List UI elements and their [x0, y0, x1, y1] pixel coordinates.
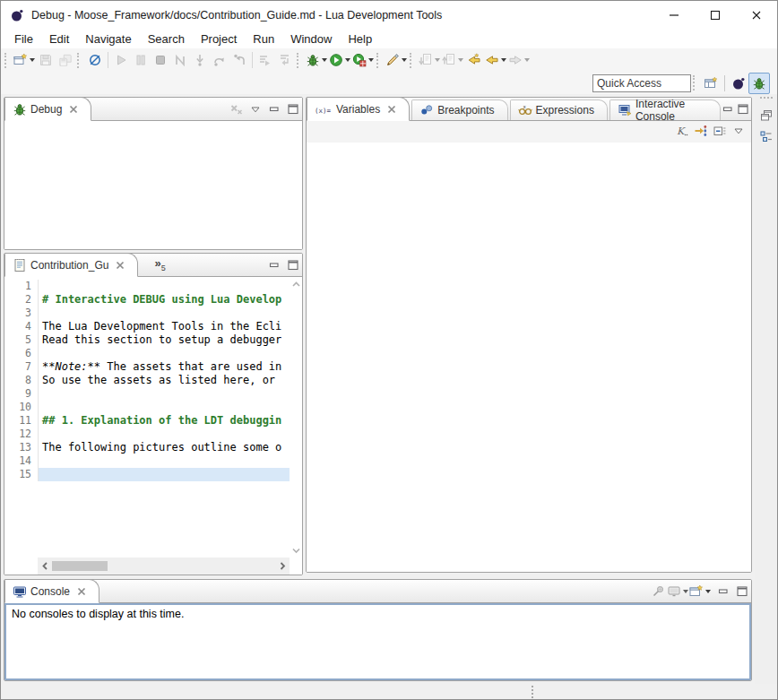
editor-code-area[interactable]: 12# Interactive DEBUG using Lua Develop3…	[4, 277, 290, 557]
toolbar-drag-handle[interactable]	[410, 53, 414, 68]
toolbar-drag-handle[interactable]	[77, 53, 82, 68]
step-into-button	[190, 50, 210, 70]
show-type-names-button[interactable]: K	[672, 122, 691, 141]
tab-variables[interactable]: (x)= Variables	[307, 97, 410, 121]
scroll-down-icon[interactable]	[291, 546, 301, 555]
line-content: Read this section to setup a debugger	[39, 333, 290, 347]
close-tab-icon[interactable]	[75, 585, 88, 598]
close-tab-icon[interactable]	[67, 103, 80, 116]
scroll-up-icon[interactable]	[291, 280, 301, 289]
coverage-button[interactable]	[351, 50, 375, 70]
skip-all-breakpoints-button[interactable]	[85, 50, 105, 70]
editor-horizontal-scrollbar[interactable]	[38, 557, 290, 575]
debug-view-maximize-button[interactable]	[283, 99, 302, 118]
editor-line[interactable]: 3	[4, 307, 290, 320]
editor-line[interactable]: 4The Lua Development Tools in the Ecli	[4, 320, 290, 333]
scrollbar-thumb[interactable]	[52, 561, 108, 571]
tab-breakpoints[interactable]: Breakpoints	[411, 99, 507, 120]
debug-button[interactable]	[305, 50, 328, 70]
editor-line[interactable]: 14	[4, 454, 290, 468]
scroll-left-icon[interactable]	[40, 561, 49, 571]
coverage-icon	[352, 53, 367, 67]
restore-views-button[interactable]	[756, 106, 776, 125]
window-minimize-button[interactable]	[653, 1, 695, 29]
window-close-button[interactable]	[736, 1, 777, 29]
console-maximize-button[interactable]	[732, 582, 751, 601]
last-edit-location-button[interactable]	[464, 50, 484, 70]
toolbar-drag-handle[interactable]	[693, 75, 697, 91]
statusbar-drag-handle[interactable]	[532, 686, 533, 698]
tab-interactive-console[interactable]: Interactive Console	[609, 99, 721, 120]
statusbar	[1, 684, 777, 699]
editor-line[interactable]: 2# Interactive DEBUG using Lua Develop	[4, 293, 290, 307]
toolbar-drag-handle[interactable]	[4, 53, 9, 68]
hidden-editors-chevron[interactable]: 5	[154, 256, 165, 272]
app-icon	[10, 8, 24, 22]
tab-console[interactable]: Console	[4, 579, 99, 603]
toolbar-drag-handle[interactable]	[297, 53, 301, 68]
file-icon	[13, 258, 27, 272]
tab-expressions[interactable]: x Expressions	[510, 99, 608, 120]
menu-item-project[interactable]: Project	[193, 30, 245, 48]
variables-content	[307, 143, 751, 573]
tab-debug[interactable]: Debug	[4, 97, 91, 121]
line-number: 2	[4, 293, 39, 307]
close-tab-icon[interactable]	[114, 259, 126, 272]
close-tab-icon[interactable]	[385, 103, 398, 116]
minimize-icon	[667, 8, 681, 22]
editor-line[interactable]: 8So use the assets as listed here, or	[4, 374, 290, 387]
lua-perspective-button[interactable]	[729, 73, 748, 93]
editor-line[interactable]: 13The following pictures outline some o	[4, 441, 290, 454]
variables-tabrow: (x)= Variables Breakpoints x Expressions…	[307, 98, 751, 121]
tab-contribution-guide[interactable]: Contribution_Gu	[4, 253, 138, 277]
debug-perspective-button[interactable]	[748, 73, 770, 94]
toolbar-drag-handle[interactable]	[376, 53, 381, 68]
show-logical-structure-button[interactable]	[691, 122, 710, 141]
open-console-button[interactable]	[687, 582, 713, 601]
editor-minimize-button[interactable]	[264, 255, 283, 274]
line-content	[39, 307, 290, 320]
open-perspective-button[interactable]	[701, 73, 721, 93]
debug-tab-icon	[13, 102, 27, 117]
editor-maximize-button[interactable]	[283, 255, 302, 274]
line-number: 8	[4, 374, 39, 387]
editor-line[interactable]: 10	[4, 401, 290, 414]
outline-view-button[interactable]	[756, 127, 776, 147]
run-button[interactable]	[328, 50, 351, 70]
menu-item-window[interactable]: Window	[282, 30, 340, 48]
editor-line[interactable]: 6	[4, 347, 290, 360]
collapse-all-button[interactable]	[710, 122, 729, 141]
menu-item-file[interactable]: File	[6, 30, 41, 48]
variables-view-menu-button[interactable]	[729, 122, 748, 141]
menu-item-run[interactable]: Run	[245, 30, 282, 48]
window-maximize-button[interactable]	[695, 1, 736, 29]
edgebar-drag-handle[interactable]	[760, 97, 773, 101]
editor-vertical-scrollbar[interactable]	[290, 277, 302, 557]
line-content	[39, 387, 290, 401]
debug-view-minimize-button[interactable]	[264, 99, 283, 118]
terminate-button	[151, 50, 170, 70]
variables-maximize-button[interactable]	[736, 99, 751, 118]
debug-view-menu-button[interactable]	[246, 99, 264, 118]
editor-line[interactable]: 7**Note:** The assets that are used in	[4, 360, 290, 374]
line-number: 7	[4, 360, 39, 374]
variables-minimize-button[interactable]	[721, 99, 736, 118]
editor-line[interactable]: 15	[4, 468, 290, 481]
menu-item-edit[interactable]: Edit	[41, 30, 77, 48]
external-tools-button[interactable]	[385, 50, 408, 70]
editor-line[interactable]: 11## 1. Explanation of the LDT debuggin	[4, 414, 290, 428]
editor-line[interactable]: 9	[4, 387, 290, 401]
menu-item-search[interactable]: Search	[140, 30, 193, 48]
menu-item-navigate[interactable]: Navigate	[77, 30, 139, 48]
console-minimize-button[interactable]	[713, 582, 732, 601]
quick-access-input[interactable]	[592, 74, 691, 92]
back-button[interactable]	[484, 50, 507, 70]
editor-line[interactable]: 1	[4, 280, 290, 293]
menu-item-help[interactable]: Help	[340, 30, 380, 48]
line-content	[39, 401, 290, 414]
editor-line[interactable]: 5Read this section to setup a debugger	[4, 333, 290, 347]
line-content: # Interactive DEBUG using Lua Develop	[39, 293, 290, 307]
editor-line[interactable]: 12	[4, 428, 290, 441]
new-wizard-button[interactable]	[13, 50, 36, 70]
scroll-right-icon[interactable]	[278, 561, 287, 571]
